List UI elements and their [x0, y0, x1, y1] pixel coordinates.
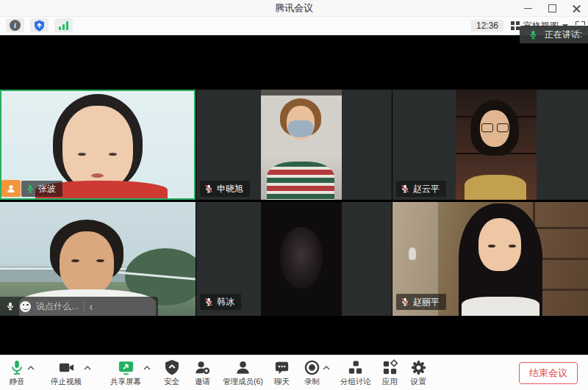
share-options-chevron[interactable] [143, 366, 151, 370]
breakout-rooms-label: 分组讨论 [340, 377, 371, 387]
video-tile-zhaoyunping[interactable]: 赵云平 [392, 90, 588, 200]
maximize-icon[interactable] [548, 4, 556, 12]
video-tile-zhangbo[interactable]: 张波 [0, 90, 196, 200]
participant-name-label: 张波 [21, 181, 62, 197]
window-titlebar: 腾讯会议 [0, 0, 588, 17]
participant-name: 申晓旭 [217, 183, 243, 195]
participant-name-label: 韩冰 [200, 294, 241, 310]
mic-muted-icon [204, 184, 213, 193]
mute-button[interactable]: 静音 [9, 359, 25, 387]
mic-icon [6, 302, 15, 311]
divider [84, 302, 85, 311]
window-title: 腾讯会议 [0, 0, 588, 16]
breakout-rooms-button[interactable]: 分组讨论 [340, 359, 371, 387]
meeting-timer: 12:36 [471, 20, 503, 32]
settings-label: 设置 [411, 377, 426, 387]
meeting-statusbar: i 12:36 宫格视图 [0, 17, 588, 35]
manage-members-label: 管理成员(6) [223, 377, 263, 387]
gear-icon [410, 359, 427, 376]
stop-video-button[interactable]: 停止视频 [51, 359, 82, 387]
settings-button[interactable]: 设置 [410, 359, 427, 387]
speaking-banner: 正在讲话: [520, 26, 588, 43]
mic-muted-icon [401, 297, 409, 306]
record-label: 录制 [304, 377, 320, 387]
share-screen-button[interactable]: 共享屏幕 [110, 359, 141, 387]
mic-muted-icon [204, 297, 213, 306]
video-tile-shenxiaoxu[interactable]: 申晓旭 [196, 90, 392, 200]
participant-name: 韩冰 [217, 296, 234, 308]
meeting-protect-button[interactable] [30, 18, 49, 32]
info-icon: i [10, 20, 21, 31]
microphone-icon [9, 359, 25, 376]
invite-button[interactable]: 邀请 [194, 359, 211, 387]
camera-icon [58, 359, 75, 376]
mic-on-icon [26, 184, 35, 193]
meeting-toolbar: 静音 停止视频 共享屏幕 [0, 355, 588, 390]
record-circle-icon [304, 359, 320, 376]
end-meeting-button[interactable]: 结束会议 [519, 362, 578, 384]
meeting-info-button[interactable]: i [6, 18, 24, 32]
grid-view-icon [511, 21, 520, 30]
collapse-chevron-icon[interactable]: ‹ [90, 299, 93, 314]
participant-name: 张波 [38, 183, 56, 195]
participant-name: 赵云平 [413, 183, 440, 195]
share-screen-icon [118, 359, 135, 376]
microphone-active-icon [528, 30, 538, 40]
share-screen-label: 共享屏幕 [110, 377, 141, 387]
video-options-chevron[interactable] [84, 366, 91, 370]
quick-chat-input[interactable]: 说点什么... [36, 300, 79, 313]
manage-members-button[interactable]: 管理成员(6) [223, 359, 263, 387]
shield-icon [34, 20, 45, 32]
participant-name-label: 赵丽平 [396, 294, 446, 310]
participant-video [456, 90, 537, 200]
apps-grid-icon [381, 359, 398, 376]
chat-button[interactable]: 聊天 [273, 359, 290, 387]
video-tile-hanbing[interactable]: 韩冰 [196, 202, 392, 316]
video-tile-zhaoliping[interactable]: 赵丽平 [392, 202, 588, 316]
host-member-badge [1, 180, 21, 197]
stop-video-label: 停止视频 [51, 377, 82, 387]
person-icon [6, 184, 16, 194]
invite-label: 邀请 [195, 377, 210, 387]
shield-icon [165, 359, 179, 376]
apps-label: 应用 [382, 377, 398, 387]
participant-video [261, 202, 342, 316]
emoji-icon[interactable] [20, 301, 31, 312]
participant-name: 赵丽平 [413, 296, 440, 308]
video-tile-self[interactable]: 说点什么... ‹ [0, 202, 196, 316]
participant-name-label: 赵云平 [396, 181, 446, 197]
chat-label: 聊天 [274, 377, 290, 387]
breakout-blocks-icon [347, 359, 364, 376]
security-label: 安全 [164, 377, 179, 387]
apps-button[interactable]: 应用 [381, 359, 398, 387]
mic-muted-icon [401, 184, 409, 193]
participant-video [261, 90, 342, 200]
chat-bubble-icon [273, 359, 290, 376]
person-icon [234, 359, 251, 376]
participant-name-label: 申晓旭 [200, 181, 250, 197]
video-stage: 张波 申晓旭 [0, 35, 588, 355]
mute-label: 静音 [10, 377, 25, 387]
record-options-chevron[interactable] [323, 366, 330, 370]
close-icon[interactable] [573, 4, 581, 12]
quick-chat-bar[interactable]: 说点什么... ‹ [0, 297, 158, 316]
record-button[interactable]: 录制 [304, 359, 320, 387]
minimize-icon[interactable] [524, 8, 532, 9]
mic-options-chevron[interactable] [27, 366, 35, 370]
signal-icon [59, 21, 68, 30]
security-button[interactable]: 安全 [164, 359, 179, 387]
network-signal-button[interactable] [54, 18, 73, 32]
invite-person-icon [194, 359, 211, 376]
speaking-banner-label: 正在讲话: [545, 29, 582, 41]
